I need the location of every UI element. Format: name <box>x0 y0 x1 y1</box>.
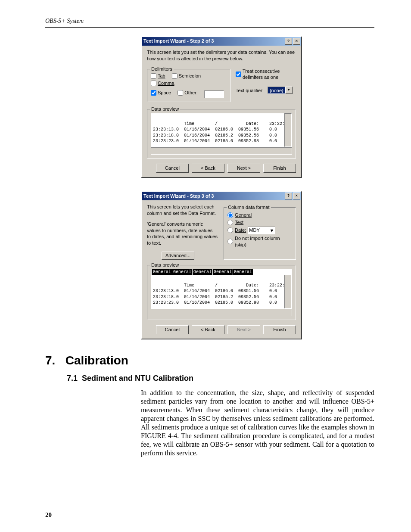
chevron-down-icon[interactable]: ▼ <box>285 87 293 94</box>
scrollbar-horizontal[interactable] <box>151 309 292 316</box>
preview-text: Time / Date: 23:22:10.94 01/16/2004 23:2… <box>153 121 292 144</box>
cancel-button[interactable]: Cancel <box>156 325 189 334</box>
semicolon-checkbox[interactable]: Semicolon <box>172 73 201 79</box>
delimiters-label: Delimiters <box>150 66 174 72</box>
tab-checkbox[interactable]: Tab <box>151 73 165 79</box>
wizard-step3-dialog: Text Import Wizard - Step 3 of 3 ? × Thi… <box>141 191 302 339</box>
titlebar: Text Import Wizard - Step 2 of 3 ? × <box>142 37 301 46</box>
date-format-dropdown[interactable]: MDY ▼ <box>248 227 275 234</box>
help-icon[interactable]: ? <box>285 38 292 45</box>
column-format-group: Column data format General Text Date: MD… <box>224 207 296 260</box>
cancel-button[interactable]: Cancel <box>156 164 189 173</box>
finish-button[interactable]: Finish <box>263 164 296 173</box>
section-heading-7-1: 7.1 Sediment and NTU Calibration <box>67 373 374 383</box>
running-header: OBS-5+ System <box>45 17 374 28</box>
help-icon[interactable]: ? <box>285 193 292 199</box>
body-paragraph: In addition to the concentration, the si… <box>141 389 374 457</box>
titlebar: Text Import Wizard - Step 3 of 3 ? × <box>142 192 301 200</box>
delimiters-group: Delimiters Tab Semicolon Comma Space Oth… <box>147 69 230 103</box>
data-preview-label: Data preview <box>150 106 180 112</box>
intro-text: This screen lets you set the delimiters … <box>147 49 296 62</box>
close-icon[interactable]: × <box>293 193 300 199</box>
finish-button[interactable]: Finish <box>263 325 296 334</box>
scrollbar-vertical[interactable] <box>284 113 292 147</box>
page-number: 20 <box>45 510 52 519</box>
other-field[interactable] <box>204 90 224 98</box>
other-checkbox[interactable]: Other: <box>177 90 198 96</box>
window-title: Text Import Wizard - Step 2 of 3 <box>143 38 214 44</box>
data-preview-group: Data preview Time / Date: 23:22:10.94 01… <box>147 109 296 159</box>
advanced-button[interactable]: Advanced... <box>162 252 194 260</box>
next-button[interactable]: Next > <box>227 164 260 173</box>
column-format-label: Column data format <box>227 204 271 211</box>
preview-box: Time / Date: 23:22:10.94 01/16/2004 23:2… <box>151 275 292 309</box>
window-title: Text Import Wizard - Step 3 of 3 <box>143 193 214 199</box>
chevron-down-icon[interactable]: ▼ <box>269 227 274 233</box>
column-headers[interactable]: General General General General General <box>151 269 292 275</box>
back-button[interactable]: < Back <box>192 164 224 173</box>
next-button: Next > <box>227 325 260 334</box>
preview-box: Time / Date: 23:22:10.94 01/16/2004 23:2… <box>151 113 292 147</box>
space-checkbox[interactable]: Space <box>151 90 171 96</box>
scrollbar-horizontal[interactable] <box>151 147 292 155</box>
data-preview-label: Data preview <box>150 262 180 268</box>
intro-text-2: 'General' converts numeric values to num… <box>147 221 218 246</box>
scrollbar-vertical[interactable] <box>284 275 292 308</box>
general-radio[interactable]: General <box>227 212 292 218</box>
data-preview-group: Data preview General General General Gen… <box>147 265 296 320</box>
qualifier-label: Text qualifier: <box>236 88 264 93</box>
wizard-step2-dialog: Text Import Wizard - Step 2 of 3 ? × Thi… <box>141 36 302 178</box>
qualifier-dropdown[interactable]: {none} ▼ <box>268 87 293 94</box>
date-radio[interactable]: Date: MDY ▼ <box>227 227 292 234</box>
comma-checkbox[interactable]: Comma <box>151 80 174 87</box>
intro-text-1: This screen lets you select each column … <box>147 204 218 217</box>
back-button[interactable]: < Back <box>192 325 224 334</box>
preview-text: Time / Date: 23:22:10.94 01/16/2004 23:2… <box>153 283 292 305</box>
close-icon[interactable]: × <box>293 38 300 45</box>
text-radio[interactable]: Text <box>227 219 292 226</box>
treat-consecutive-checkbox[interactable]: Treat consecutive delimiters as one <box>236 68 291 81</box>
section-heading-7: 7. Calibration <box>45 352 374 369</box>
skip-radio[interactable]: Do not import column (skip) <box>227 235 292 248</box>
